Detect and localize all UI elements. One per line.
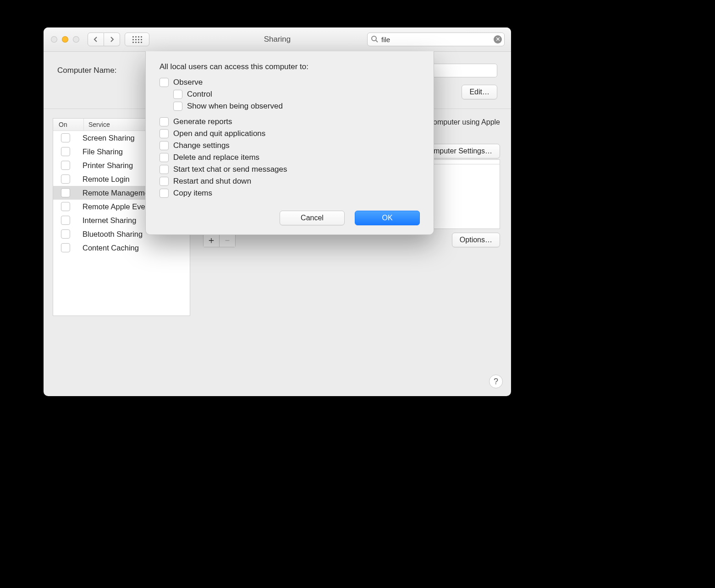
permission-label: Change settings [173,141,230,150]
service-checkbox[interactable] [61,147,70,156]
service-description: s computer using Apple [424,118,500,126]
service-checkbox[interactable] [61,216,70,225]
permission-checkbox[interactable] [160,78,169,87]
permission-option[interactable]: Start text chat or send messages [160,165,420,174]
minimize-window-button[interactable] [62,36,68,43]
permission-label: Observe [173,78,203,87]
ok-button[interactable]: OK [355,211,420,225]
search-field: ✕ [367,33,505,46]
permission-label: Start text chat or send messages [173,165,287,174]
chevron-right-icon [109,37,115,42]
permission-checkbox[interactable] [160,141,169,150]
svg-line-1 [376,40,378,42]
service-label: Content Caching [78,244,190,252]
permission-option[interactable]: Generate reports [160,117,420,126]
permission-checkbox[interactable] [160,189,169,198]
search-icon [371,35,378,44]
sheet-footer: Cancel OK [160,211,420,225]
permission-option[interactable]: Control [173,90,420,99]
permission-option[interactable]: Copy items [160,189,420,198]
edit-button[interactable]: Edit… [462,85,497,99]
options-button[interactable]: Options… [452,233,500,247]
zoom-window-button[interactable] [73,36,79,43]
service-checkbox[interactable] [61,202,70,211]
computer-name-input[interactable] [425,64,497,77]
permission-checkbox[interactable] [173,102,182,111]
permission-checkbox[interactable] [160,153,169,162]
svg-point-0 [372,36,376,41]
permission-option[interactable]: Restart and shut down [160,177,420,186]
permission-option[interactable]: Open and quit applications [160,129,420,138]
permission-option[interactable]: Delete and replace items [160,153,420,162]
permission-checkbox[interactable] [160,177,169,186]
permission-option[interactable]: Show when being observed [173,102,420,111]
permission-label: Open and quit applications [173,129,265,138]
permission-label: Show when being observed [187,102,283,111]
show-all-button[interactable] [125,33,149,46]
search-input[interactable] [367,33,505,46]
permission-option[interactable]: Observe [160,78,420,87]
service-checkbox[interactable] [61,133,70,142]
permission-option[interactable]: Change settings [160,141,420,150]
service-checkbox[interactable] [61,161,70,170]
permission-checkbox[interactable] [160,129,169,138]
close-window-button[interactable] [51,36,57,43]
column-on[interactable]: On [53,119,84,131]
service-checkbox[interactable] [61,243,70,252]
help-button[interactable]: ? [489,375,503,388]
sheet-heading: All local users can access this computer… [160,62,420,71]
window-controls [44,36,79,43]
preferences-window: Sharing ✕ Computer Name: Edit… [44,27,511,396]
clear-search-button[interactable]: ✕ [494,35,502,44]
service-checkbox[interactable] [61,174,70,184]
permission-label: Generate reports [173,117,232,126]
permission-checkbox[interactable] [173,90,182,99]
computer-name-label: Computer Name: [57,66,135,75]
chevron-left-icon [93,37,99,42]
permission-label: Control [187,90,212,99]
toolbar: Sharing ✕ [44,27,511,52]
permission-label: Copy items [173,189,212,198]
permission-label: Delete and replace items [173,153,259,162]
grid-icon [132,36,142,43]
permissions-sheet: All local users can access this computer… [145,51,434,235]
cancel-button[interactable]: Cancel [280,211,345,225]
nav-back-forward [88,33,120,46]
service-checkbox[interactable] [61,229,70,239]
back-button[interactable] [88,33,104,46]
permission-checkbox[interactable] [160,117,169,126]
permission-label: Restart and shut down [173,177,251,186]
service-checkbox[interactable] [61,188,70,197]
forward-button[interactable] [104,33,120,46]
permission-checkbox[interactable] [160,165,169,174]
service-row[interactable]: Content Caching [53,241,190,255]
